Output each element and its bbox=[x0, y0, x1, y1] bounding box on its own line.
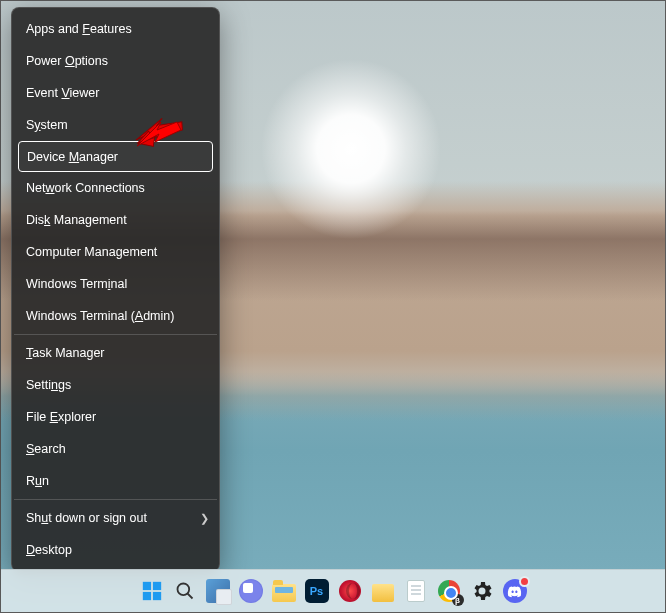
svg-rect-6 bbox=[152, 592, 160, 600]
discord-icon[interactable] bbox=[502, 578, 528, 604]
menu-item-run[interactable]: Run bbox=[12, 465, 219, 497]
menu-item-settings[interactable]: Settings bbox=[12, 369, 219, 401]
folder-icon[interactable] bbox=[370, 578, 396, 604]
settings-icon[interactable] bbox=[469, 578, 495, 604]
menu-item-disk-management[interactable]: Disk Management bbox=[12, 204, 219, 236]
menu-item-network-connections[interactable]: Network Connections bbox=[12, 172, 219, 204]
svg-rect-3 bbox=[142, 582, 150, 590]
menu-item-desktop[interactable]: Desktop bbox=[12, 534, 219, 566]
menu-item-apps-and-features[interactable]: Apps and Features bbox=[12, 13, 219, 45]
menu-item-system[interactable]: System bbox=[12, 109, 219, 141]
svg-rect-4 bbox=[152, 582, 160, 590]
menu-item-file-explorer[interactable]: File Explorer bbox=[12, 401, 219, 433]
menu-item-device-manager[interactable]: Device Manager bbox=[18, 141, 213, 172]
chat-icon[interactable] bbox=[238, 578, 264, 604]
file-explorer-icon[interactable] bbox=[271, 578, 297, 604]
start-icon[interactable] bbox=[139, 578, 165, 604]
menu-separator bbox=[14, 334, 217, 335]
svg-line-8 bbox=[187, 594, 192, 599]
search-icon[interactable] bbox=[172, 578, 198, 604]
task-view-icon[interactable] bbox=[205, 578, 231, 604]
menu-separator bbox=[14, 499, 217, 500]
chevron-right-icon: ❯ bbox=[200, 510, 209, 526]
taskbar: Ps β bbox=[1, 569, 665, 612]
menu-item-event-viewer[interactable]: Event Viewer bbox=[12, 77, 219, 109]
menu-item-power-options[interactable]: Power Options bbox=[12, 45, 219, 77]
notepad-icon[interactable] bbox=[403, 578, 429, 604]
menu-item-search[interactable]: Search bbox=[12, 433, 219, 465]
menu-item-windows-terminal[interactable]: Windows Terminal bbox=[12, 268, 219, 300]
notification-badge-icon bbox=[519, 576, 530, 587]
menu-item-task-manager[interactable]: Task Manager bbox=[12, 337, 219, 369]
svg-point-7 bbox=[177, 584, 189, 596]
photoshop-icon[interactable]: Ps bbox=[304, 578, 330, 604]
winx-context-menu: Apps and Features Power Options Event Vi… bbox=[11, 7, 220, 572]
desktop: Apps and Features Power Options Event Vi… bbox=[0, 0, 666, 613]
menu-item-shutdown-or-sign-out[interactable]: Shut down or sign out ❯ bbox=[12, 502, 219, 534]
chrome-beta-icon[interactable]: β bbox=[436, 578, 462, 604]
menu-item-windows-terminal-admin[interactable]: Windows Terminal (Admin) bbox=[12, 300, 219, 332]
svg-rect-5 bbox=[142, 592, 150, 600]
menu-item-computer-management[interactable]: Computer Management bbox=[12, 236, 219, 268]
opera-icon[interactable] bbox=[337, 578, 363, 604]
